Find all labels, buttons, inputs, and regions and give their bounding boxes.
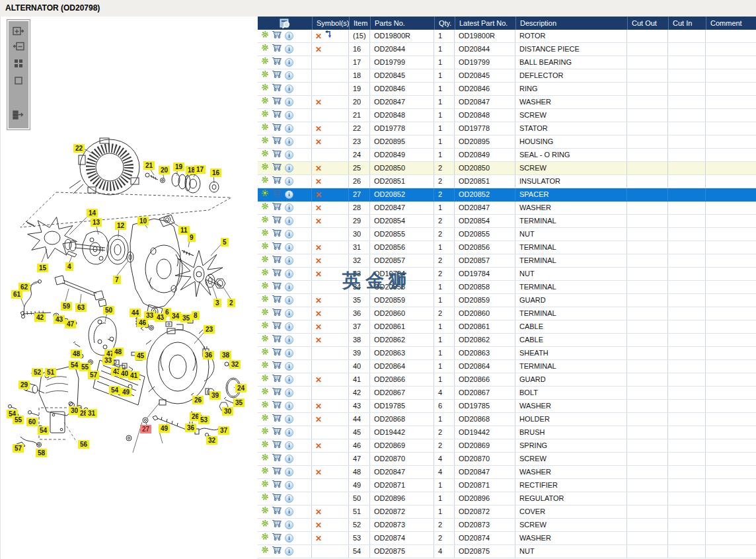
- settings-gear-icon[interactable]: [261, 400, 269, 412]
- part-label-16[interactable]: 16: [210, 168, 221, 177]
- part-label-35[interactable]: 35: [180, 314, 192, 322]
- table-row[interactable]: i ✕ 53 OD20874 2 OD20874 WASHER: [258, 532, 756, 545]
- table-row[interactable]: i ✕ 25 OD20850 2 OD20850 SCREW: [258, 162, 756, 175]
- send-to-list-button[interactable]: [12, 109, 25, 120]
- table-row[interactable]: i ✕ 23 OD20895 1 OD20895 HOUSING: [258, 135, 756, 149]
- table-row[interactable]: i 17 OD19799 1 OD19799 BALL BEARING: [258, 56, 756, 69]
- part-label-15[interactable]: 15: [37, 264, 48, 272]
- part-label-58[interactable]: 58: [36, 449, 47, 457]
- settings-gear-icon[interactable]: [261, 69, 269, 82]
- info-icon[interactable]: i: [285, 428, 293, 437]
- part-label-9[interactable]: 9: [188, 233, 196, 242]
- table-row[interactable]: i 19 OD20846 1 OD20846 RING: [258, 83, 756, 96]
- table-row[interactable]: i 40 OD20864 1 OD20864 TERMINAL: [258, 360, 756, 373]
- table-row[interactable]: i ✕ 46 OD20869 2 OD20869 SPRING: [258, 439, 756, 453]
- settings-gear-icon[interactable]: [261, 492, 269, 505]
- info-icon[interactable]: i: [285, 362, 293, 371]
- info-icon[interactable]: i: [285, 270, 293, 278]
- info-icon[interactable]: i: [285, 217, 293, 225]
- part-label-7[interactable]: 7: [113, 276, 121, 284]
- add-to-cart-icon[interactable]: [272, 347, 282, 359]
- settings-gear-icon[interactable]: [261, 215, 269, 227]
- add-to-cart-icon[interactable]: [272, 188, 282, 201]
- table-row[interactable]: i ✕ 38 OD20862 1 OD20862 CABLE: [258, 334, 756, 347]
- column-header-comment[interactable]: Comment: [706, 17, 756, 30]
- add-to-cart-icon[interactable]: [272, 294, 282, 307]
- tile-view-button[interactable]: [12, 57, 25, 69]
- add-to-cart-icon[interactable]: [272, 175, 282, 188]
- part-label-56[interactable]: 56: [78, 440, 89, 449]
- add-to-cart-icon[interactable]: [272, 135, 282, 148]
- part-label-59[interactable]: 59: [61, 302, 72, 311]
- part-label-32[interactable]: 32: [206, 436, 217, 445]
- table-row[interactable]: i 54 OD20875 4 OD20875 NUT: [258, 545, 756, 558]
- info-icon[interactable]: i: [285, 190, 293, 199]
- info-icon[interactable]: i: [285, 230, 293, 239]
- column-header-latest[interactable]: Latest Part No.: [455, 17, 515, 30]
- info-icon[interactable]: i: [285, 455, 293, 463]
- part-label-38[interactable]: 38: [220, 351, 231, 359]
- info-icon[interactable]: i: [285, 441, 293, 450]
- table-row[interactable]: i ✕ 16 OD20844 1 OD20844 DISTANCE PIECE: [258, 43, 756, 56]
- part-label-2[interactable]: 2: [227, 299, 235, 307]
- add-to-cart-icon[interactable]: [272, 162, 282, 174]
- add-to-cart-icon[interactable]: [272, 122, 282, 135]
- add-to-cart-icon[interactable]: [272, 109, 282, 122]
- info-icon[interactable]: i: [285, 164, 293, 172]
- settings-gear-icon[interactable]: [261, 162, 269, 174]
- zoom-out-button[interactable]: [12, 40, 25, 52]
- table-row[interactable]: i ✕ 36 OD20860 2 OD20860 TERMINAL: [258, 307, 756, 320]
- add-to-cart-icon[interactable]: [272, 453, 282, 465]
- part-label-30[interactable]: 30: [222, 407, 233, 416]
- add-to-cart-icon[interactable]: [272, 413, 282, 426]
- info-icon[interactable]: i: [285, 322, 293, 331]
- column-header-description[interactable]: Description: [515, 17, 627, 30]
- table-row[interactable]: i ✕ 35 OD20859 1 OD20859 GUARD: [258, 294, 756, 307]
- add-to-cart-icon[interactable]: [272, 202, 282, 214]
- part-label-61[interactable]: 61: [11, 290, 22, 299]
- table-row[interactable]: i 42 OD20867 4 OD20867 BOLT: [258, 387, 756, 400]
- settings-gear-icon[interactable]: [261, 122, 269, 135]
- column-header-item[interactable]: Item: [349, 17, 370, 30]
- add-to-cart-icon[interactable]: [272, 320, 282, 333]
- part-label-12[interactable]: 12: [115, 221, 126, 230]
- settings-gear-icon[interactable]: [261, 83, 269, 95]
- part-label-55[interactable]: 55: [13, 416, 24, 424]
- settings-gear-icon[interactable]: [261, 307, 269, 320]
- settings-gear-icon[interactable]: [261, 373, 269, 386]
- info-icon[interactable]: i: [285, 296, 293, 305]
- add-to-cart-icon[interactable]: [272, 519, 282, 531]
- add-to-cart-icon[interactable]: [272, 492, 282, 505]
- part-label-50[interactable]: 50: [103, 306, 114, 315]
- info-icon[interactable]: i: [285, 402, 293, 410]
- table-row[interactable]: i ✕ 29 OD20854 2 OD20854 TERMINAL: [258, 215, 756, 228]
- part-label-14[interactable]: 14: [87, 209, 98, 217]
- settings-gear-icon[interactable]: [261, 545, 269, 558]
- zoom-in-button[interactable]: [12, 25, 25, 36]
- info-icon[interactable]: i: [285, 389, 293, 397]
- add-to-cart-icon[interactable]: [272, 268, 282, 280]
- info-icon[interactable]: i: [285, 468, 293, 476]
- settings-gear-icon[interactable]: [261, 135, 269, 148]
- part-label-53[interactable]: 53: [198, 416, 209, 424]
- part-label-63[interactable]: 63: [75, 303, 87, 312]
- part-label-57[interactable]: 57: [88, 371, 99, 379]
- settings-gear-icon[interactable]: [261, 294, 269, 307]
- settings-gear-icon[interactable]: [261, 320, 269, 333]
- part-label-22[interactable]: 22: [73, 144, 85, 153]
- table-row[interactable]: i 18 OD20845 1 OD20845 DEFLECTOR: [258, 69, 756, 83]
- table-row[interactable]: i 50 OD20896 1 OD20896 REGULATOR: [258, 492, 756, 505]
- settings-gear-icon[interactable]: [261, 479, 269, 492]
- fit-view-button[interactable]: [12, 75, 25, 86]
- add-to-cart-icon[interactable]: [272, 387, 282, 399]
- info-icon[interactable]: i: [285, 243, 293, 252]
- table-row[interactable]: i 49 OD20871 1 OD20871 RECTIFIER: [258, 479, 756, 492]
- column-header-symbols[interactable]: Symbol(s): [312, 17, 349, 30]
- part-label-57[interactable]: 57: [13, 444, 24, 453]
- part-label-13[interactable]: 13: [91, 218, 102, 227]
- table-row[interactable]: i 21 OD20848 1 OD20848 SCREW: [258, 109, 756, 122]
- part-label-8[interactable]: 8: [192, 311, 200, 320]
- settings-gear-icon[interactable]: [261, 96, 269, 108]
- add-to-cart-icon[interactable]: [272, 439, 282, 452]
- settings-gear-icon[interactable]: [261, 202, 269, 214]
